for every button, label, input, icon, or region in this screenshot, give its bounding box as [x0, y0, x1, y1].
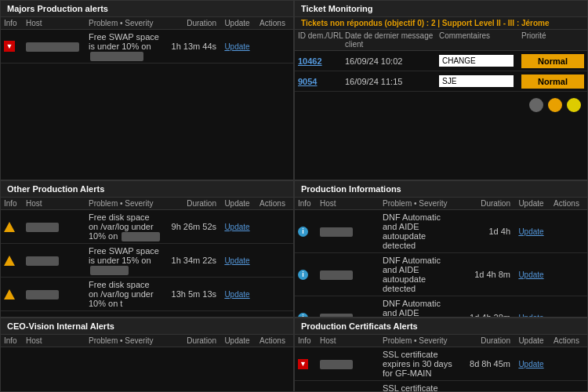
severity-info-icon: i [298, 270, 308, 280]
ticket-title: Ticket Monitoring [295, 1, 587, 17]
problem-cell: SSL certificate expires in 30 days for G… [383, 383, 455, 392]
update-link[interactable]: Update [224, 223, 249, 231]
col-update-label: Update [514, 336, 549, 345]
ticket-id-2[interactable]: 9054 [298, 77, 345, 86]
severity-icon-cell: i [298, 269, 320, 280]
update-cell: Update [220, 222, 255, 231]
severity-icon-cell: ▼ [298, 358, 320, 369]
majors-header: Info Host Problem • Severity Duration Up… [1, 17, 293, 30]
other-alerts-title: Other Production Alerts [1, 181, 293, 198]
col-update-label: Update [514, 199, 549, 208]
col-info-label: Info [4, 199, 26, 208]
ticket-header: ID dem./URL Date de dernier message clie… [295, 30, 587, 51]
cert-alerts-header: Info Host Problem • Severity Duration Up… [295, 335, 587, 347]
update-cell: Update [220, 289, 255, 299]
update-cell: Update [514, 227, 549, 236]
majors-panel: Majors Production alerts Info Host Probl… [0, 0, 294, 180]
host-blurred: ██████ [26, 223, 59, 232]
duration-cell: 1h 34m 22s [161, 256, 220, 265]
problem-text: Free SWAP space is under 10% on [89, 32, 159, 51]
severity-high-icon [4, 222, 15, 232]
severity-icon-cell [4, 289, 26, 299]
ticket-priority-2: Normal [521, 74, 584, 89]
col-update-label: Update [220, 19, 255, 27]
severity-high-icon [4, 289, 15, 299]
problem-text: Free SWAP space is under 15% on [89, 246, 159, 265]
ticket-priority-1: Normal [521, 54, 584, 68]
ticket-col-comment: Commentaires [439, 31, 521, 49]
prod-info-title: Production Informations [295, 181, 587, 198]
severity-icon-cell: ▼ [4, 41, 26, 52]
col-info-label: Info [4, 19, 26, 27]
severity-info-icon: i [298, 227, 308, 237]
update-link[interactable]: Update [518, 360, 543, 368]
table-row: ██████ Free SWAP space is under 15% on █… [1, 244, 293, 278]
circle-gray [529, 98, 543, 112]
ticket-date-2: 16/09/24 11:15 [345, 77, 439, 86]
duration-cell: 13h 5m 13s [161, 289, 220, 299]
update-cell: Update [220, 256, 255, 265]
severity-icon-cell [4, 255, 26, 266]
col-actions-label: Actions [255, 19, 290, 27]
ticket-col-date: Date de dernier message client [345, 31, 439, 49]
problem-cell: Free disk space on /var/log under 10% on… [89, 212, 161, 241]
update-cell: Update [220, 42, 255, 51]
ticket-panel: Ticket Monitoring Tickets non répondus (… [294, 0, 588, 180]
col-info-label: Info [298, 336, 320, 345]
update-link[interactable]: Update [224, 256, 249, 265]
col-duration-label: Duration [161, 19, 220, 27]
update-link[interactable]: Update [518, 270, 543, 279]
ticket-id-1[interactable]: 10462 [298, 56, 345, 66]
circle-indicators [295, 92, 587, 118]
host-blurred: ██████ [26, 256, 59, 266]
ticket-col-id: ID dem./URL [298, 31, 345, 49]
other-alerts-header: Info Host Problem • Severity Duration Up… [1, 198, 293, 210]
prod-info-panel: Production Informations Info Host Proble… [294, 180, 588, 318]
col-actions-label: Actions [549, 199, 584, 208]
col-actions-label: Actions [549, 336, 584, 345]
table-row: ▼ ██████ SSL certificate expires in 30 d… [295, 347, 587, 381]
problem-cell: SSL certificate expires in 30 days for G… [383, 350, 455, 378]
host-cell: ██████ [26, 256, 89, 265]
problem-cell: Free disk space on /var/log under 10% on… [89, 280, 161, 308]
col-duration-label: Duration [455, 199, 514, 208]
majors-title: Majors Production alerts [1, 1, 293, 17]
severity-icon-cell: i [298, 226, 320, 237]
duration-cell: 8d 8h 45m [455, 359, 514, 368]
host-blurred: ██████ [320, 360, 353, 369]
host-blurred: ██████ [320, 270, 353, 280]
update-cell: Update [514, 270, 549, 279]
ceo-alerts-panel: CEO-Vision Internal Alerts Info Host Pro… [0, 318, 294, 392]
problem-cell: DNF Automatic and AIDE autoupdate detect… [383, 212, 455, 250]
update-link[interactable]: Update [518, 227, 543, 236]
table-row: i ██████ DNF Automatic and AIDE autoupda… [295, 210, 587, 253]
update-link[interactable]: Update [224, 42, 249, 51]
problem-cell: Free SWAP space is under 10% on ████████… [89, 32, 161, 60]
col-host-label: Host [26, 19, 89, 27]
ticket-comment-input-2[interactable] [439, 75, 514, 87]
ticket-row: 9054 16/09/24 11:15 Normal [295, 71, 587, 92]
duration-cell: 1d 4h 8m [455, 270, 514, 279]
col-update-label: Update [220, 336, 255, 345]
host-blurred: ██████████ [26, 42, 79, 52]
ticket-col-priority: Priorité [521, 31, 584, 49]
ticket-date-1: 16/09/24 10:02 [345, 56, 439, 66]
update-link[interactable]: Update [224, 290, 249, 299]
table-row: ▼ ██████ SSL certificate expires in 30 d… [295, 381, 587, 392]
host-cell: ██████ [26, 289, 89, 299]
update-cell: Update [514, 359, 549, 368]
ceo-alerts-header: Info Host Problem • Severity Duration Up… [1, 335, 293, 347]
ceo-alerts-title: CEO-Vision Internal Alerts [1, 318, 293, 335]
col-update-label: Update [220, 199, 255, 208]
table-row: ██████ Free disk space on /var/log under… [1, 278, 293, 311]
host-cell: ██████ [26, 222, 89, 231]
col-problem-label: Problem • Severity [89, 336, 161, 345]
col-duration-label: Duration [161, 199, 220, 208]
table-row: ██████ Free disk space on /var/log under… [1, 210, 293, 244]
ticket-comment-input-1[interactable] [439, 55, 514, 67]
duration-cell: 9h 26m 52s [161, 222, 220, 231]
table-row: ▼ ██████████ Free SWAP space is under 10… [1, 30, 293, 64]
ticket-subtitle-prefix: Tickets non répondus (objectif 0) : [301, 19, 429, 27]
host-cell: ██████████ [26, 42, 89, 51]
problem-cell: DNF Automatic and AIDE autoupdate detect… [383, 299, 455, 318]
